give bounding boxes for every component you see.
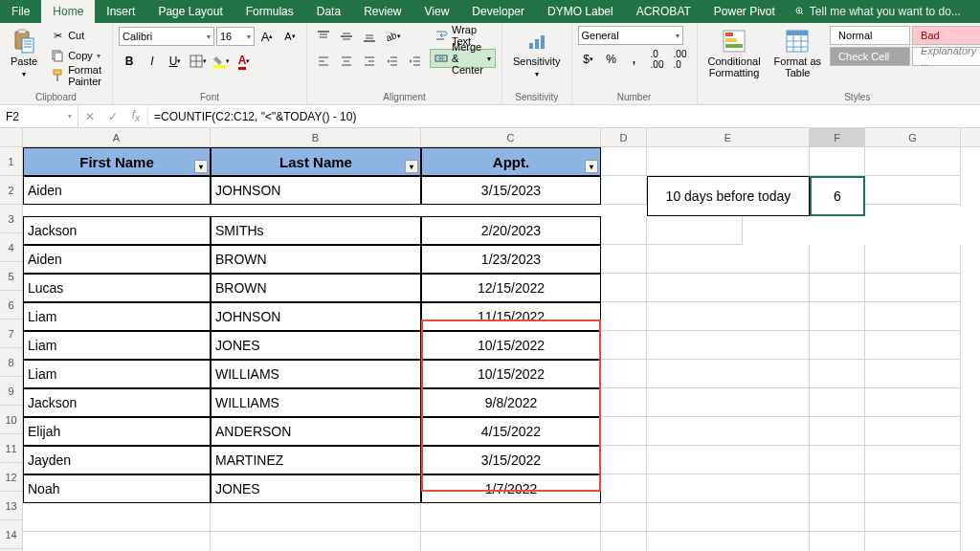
cell-B3[interactable]: SMITHs [211, 216, 421, 245]
cell-E4[interactable] [647, 245, 810, 274]
cell-A2[interactable]: Aiden [23, 176, 211, 205]
cell-F13[interactable] [810, 503, 865, 532]
tab-data[interactable]: Data [305, 0, 352, 23]
font-name-select[interactable]: Calibri▾ [119, 27, 214, 46]
row-header-10[interactable]: 10 [0, 406, 22, 434]
align-bottom-button[interactable] [359, 26, 380, 47]
row-header-1[interactable]: 1 [0, 147, 22, 176]
font-size-select[interactable]: 16▾ [216, 27, 255, 46]
cell-B14[interactable] [211, 532, 421, 551]
cell-D11[interactable] [601, 446, 647, 474]
cell-E9[interactable] [647, 388, 810, 417]
cell-E13[interactable] [647, 503, 810, 532]
increase-decimal-button[interactable]: .0.00 [647, 49, 668, 70]
cell-C1[interactable]: Appt.▾ [421, 147, 601, 176]
cell-G1[interactable] [865, 147, 961, 176]
tab-acrobat[interactable]: ACROBAT [625, 0, 702, 23]
cell-F4[interactable] [810, 245, 865, 274]
col-header-A[interactable]: A [23, 128, 211, 146]
cell-C4[interactable]: 1/23/2023 [421, 245, 601, 274]
cell-E8[interactable] [647, 360, 810, 388]
select-all-corner[interactable] [0, 128, 23, 146]
col-header-G[interactable]: G [865, 128, 961, 146]
cell-A6[interactable]: Liam [23, 302, 211, 331]
style-bad[interactable]: Bad [912, 26, 980, 45]
cell-A13[interactable] [23, 503, 211, 532]
cell-F14[interactable] [810, 532, 865, 551]
cell-A10[interactable]: Elijah [23, 417, 211, 446]
cell-B12[interactable]: JONES [211, 474, 421, 503]
cell-F12[interactable] [810, 474, 865, 503]
style-check-cell[interactable]: Check Cell [830, 47, 910, 66]
col-header-E[interactable]: E [647, 128, 810, 146]
tab-page-layout[interactable]: Page Layout [146, 0, 234, 23]
tab-formulas[interactable]: Formulas [234, 0, 305, 23]
cell-C9[interactable]: 9/8/2022 [421, 388, 601, 417]
tab-insert[interactable]: Insert [95, 0, 146, 23]
copy-button[interactable]: Copy ▾ [46, 46, 106, 65]
cell-F10[interactable] [810, 417, 865, 446]
format-as-table-button[interactable]: Format as Table [769, 26, 827, 81]
cut-button[interactable]: ✂ Cut [46, 26, 106, 45]
align-center-button[interactable] [336, 51, 357, 72]
cell-B11[interactable]: MARTINEZ [211, 446, 421, 474]
cell-F9[interactable] [810, 388, 865, 417]
cell-E11[interactable] [647, 446, 810, 474]
cell-D14[interactable] [601, 532, 647, 551]
cell-C5[interactable]: 12/15/2022 [421, 274, 601, 302]
cell-E2[interactable]: 10 days before today [647, 176, 810, 216]
cell-B8[interactable]: WILLIAMS [211, 360, 421, 388]
align-right-button[interactable] [359, 51, 380, 72]
cell-A11[interactable]: Jayden [23, 446, 211, 474]
paste-button[interactable]: Paste ▾ [6, 26, 42, 82]
cell-C10[interactable]: 4/15/2022 [421, 417, 601, 446]
cell-C3[interactable]: 2/20/2023 [421, 216, 601, 245]
cell-D9[interactable] [601, 388, 647, 417]
filter-icon[interactable]: ▾ [194, 160, 208, 173]
row-header-6[interactable]: 6 [0, 291, 22, 320]
conditional-formatting-button[interactable]: Conditional Formatting [703, 26, 766, 81]
cell-E5[interactable] [647, 274, 810, 302]
style-explanatory[interactable]: Explanatory ... [912, 47, 980, 66]
cell-A7[interactable]: Liam [23, 331, 211, 360]
insert-function-button[interactable]: fx [124, 105, 147, 128]
align-top-button[interactable] [313, 26, 334, 47]
cell-C6[interactable]: 11/15/2022 [421, 302, 601, 331]
enter-formula-button[interactable]: ✓ [101, 105, 124, 128]
tell-me-search[interactable]: Tell me what you want to do... [794, 5, 961, 18]
name-box[interactable]: F2▾ [0, 105, 78, 127]
row-header-9[interactable]: 9 [0, 377, 22, 406]
orientation-button[interactable]: ab▾ [382, 26, 403, 47]
cell-A5[interactable]: Lucas [23, 274, 211, 302]
increase-indent-button[interactable] [405, 51, 426, 72]
cell-A9[interactable]: Jackson [23, 388, 211, 417]
cell-F6[interactable] [810, 302, 865, 331]
row-header-12[interactable]: 12 [0, 463, 22, 492]
cancel-formula-button[interactable]: ✕ [78, 105, 101, 128]
cell-D8[interactable] [601, 360, 647, 388]
cell-C12[interactable]: 1/7/2022 [421, 474, 601, 503]
cell-G5[interactable] [865, 274, 961, 302]
formula-input[interactable]: =COUNTIF(C2:C12, "<"&TODAY() - 10) [148, 110, 980, 123]
align-left-button[interactable] [313, 51, 334, 72]
tab-dymo-label[interactable]: DYMO Label [536, 0, 625, 23]
cell-A12[interactable]: Noah [23, 474, 211, 503]
accounting-format-button[interactable]: $▾ [578, 49, 599, 70]
format-painter-button[interactable]: Format Painter [46, 66, 106, 85]
cell-C14[interactable] [421, 532, 601, 551]
cell-D4[interactable] [601, 245, 647, 274]
col-header-C[interactable]: C [421, 128, 601, 146]
cell-B10[interactable]: ANDERSON [211, 417, 421, 446]
row-header-2[interactable]: 2 [0, 176, 22, 205]
cell-B7[interactable]: JONES [211, 331, 421, 360]
row-header-7[interactable]: 7 [0, 320, 22, 348]
cell-B4[interactable]: BROWN [211, 245, 421, 274]
cell-G13[interactable] [865, 503, 961, 532]
row-header-13[interactable]: 13 [0, 492, 22, 520]
row-header-14[interactable]: 14 [0, 520, 22, 549]
cell-G11[interactable] [865, 446, 961, 474]
cell-G9[interactable] [865, 388, 961, 417]
cell-F2[interactable]: 6 [810, 176, 865, 216]
row-header-8[interactable]: 8 [0, 348, 22, 377]
tab-developer[interactable]: Developer [460, 0, 536, 23]
